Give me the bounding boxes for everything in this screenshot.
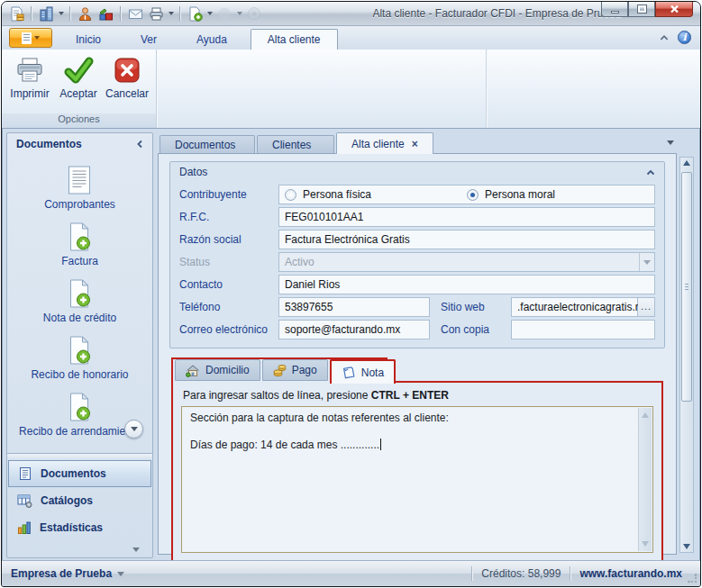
quick-access-toolbar bbox=[7, 5, 263, 23]
sidebar-item-comprobantes[interactable]: Comprobantes bbox=[13, 160, 146, 217]
main-scrollbar[interactable] bbox=[679, 157, 694, 553]
contribuyente-field: Persona física Persona moral bbox=[278, 185, 655, 204]
tab-overflow-icon[interactable] bbox=[667, 140, 674, 145]
imprimir-button[interactable]: Imprimir bbox=[5, 54, 54, 100]
correo-input[interactable]: soporte@facturando.mx bbox=[278, 320, 430, 339]
telefono-input[interactable]: 53897655 bbox=[278, 297, 430, 317]
toolbar-separator bbox=[179, 6, 180, 21]
add-document-icon[interactable] bbox=[186, 5, 204, 23]
status-combo: Activo bbox=[278, 252, 655, 272]
radio-persona-moral[interactable] bbox=[467, 189, 479, 201]
nota-scrollbar[interactable] bbox=[638, 408, 652, 551]
statistics-bars-icon bbox=[17, 520, 32, 535]
sidebar-title: Documentos bbox=[16, 138, 136, 150]
ribbon-tab-ayuda[interactable]: Ayuda bbox=[180, 30, 243, 50]
datos-group-title: Datos bbox=[179, 166, 646, 178]
subtab-pago[interactable]: Pago bbox=[262, 359, 328, 381]
subtab-nota[interactable]: Nota bbox=[330, 359, 396, 384]
nav-more-icon[interactable] bbox=[132, 547, 140, 552]
app-menu-icon bbox=[22, 32, 32, 44]
print-dropdown-icon[interactable] bbox=[169, 12, 174, 15]
companies-dropdown-icon[interactable] bbox=[59, 12, 64, 15]
add-dropdown-icon[interactable] bbox=[207, 12, 213, 15]
close-tab-icon[interactable]: × bbox=[412, 139, 418, 149]
nav-item-estadisticas[interactable]: Estadísticas bbox=[8, 514, 151, 541]
scroll-down-icon[interactable] bbox=[683, 544, 690, 549]
persona-moral-option[interactable]: Persona moral bbox=[467, 188, 649, 201]
print-icon[interactable] bbox=[147, 5, 165, 23]
sidebar-item-factura[interactable]: Factura bbox=[13, 217, 146, 274]
products-icon[interactable] bbox=[96, 5, 114, 23]
printer-icon bbox=[15, 57, 44, 84]
sidebar-item-recibo-honorario[interactable]: Recibo de honorario bbox=[13, 330, 146, 387]
tab-documentos[interactable]: Documentos bbox=[160, 135, 255, 154]
scrollbar-thumb[interactable] bbox=[681, 172, 692, 402]
sidebar-item-nota-credito[interactable]: Nota de crédito bbox=[13, 274, 146, 330]
toolbar-separator bbox=[31, 6, 32, 21]
client-icon[interactable] bbox=[76, 5, 94, 23]
company-dropdown-icon bbox=[117, 572, 124, 576]
companies-icon[interactable] bbox=[37, 5, 55, 23]
aceptar-button[interactable]: Aceptar bbox=[54, 54, 103, 100]
sitio-web-input[interactable]: .facturaelectronicagratis.mx bbox=[511, 297, 638, 317]
title-bar: Alta cliente - Facturador CFDI - Empresa… bbox=[2, 2, 700, 26]
nota-section: Domicilio Pago Nota Para ingresar saltos… bbox=[171, 357, 663, 567]
new-report-icon[interactable] bbox=[7, 5, 25, 23]
sidebar-collapse-icon[interactable] bbox=[136, 140, 143, 149]
nota-panel: Para ingresar saltos de línea, presione … bbox=[171, 383, 663, 567]
nav-item-catalogos[interactable]: Catálogos bbox=[8, 487, 151, 514]
ribbon-tab-inicio[interactable]: Inicio bbox=[59, 30, 117, 50]
help-info-icon[interactable]: i bbox=[678, 31, 691, 44]
ribbon-tab-ver[interactable]: Ver bbox=[124, 30, 173, 50]
toolbar-separator bbox=[69, 6, 70, 21]
cancelar-button[interactable]: Cancelar bbox=[103, 54, 151, 100]
toolbar-more-icon[interactable] bbox=[237, 12, 242, 15]
subtab-domicilio[interactable]: Domicilio bbox=[175, 359, 260, 381]
sidebar-scroll-down-button[interactable] bbox=[124, 420, 143, 439]
document-add-icon bbox=[66, 278, 93, 309]
text-caret bbox=[380, 439, 381, 450]
rfc-input[interactable]: FEG010101AA1 bbox=[278, 207, 655, 227]
documents-nav-icon bbox=[18, 466, 32, 481]
scroll-up-icon[interactable] bbox=[642, 412, 649, 418]
highlight-border bbox=[386, 381, 663, 383]
con-copia-input[interactable] bbox=[511, 320, 655, 339]
ribbon-group-label: Opciones bbox=[2, 113, 156, 128]
cancel-x-icon bbox=[114, 57, 141, 84]
website-link[interactable]: www.facturando.mx bbox=[579, 567, 682, 580]
sidebar-splitter[interactable] bbox=[7, 453, 152, 459]
ribbon: Imprimir Aceptar Cancelar bbox=[2, 50, 700, 129]
resize-grip[interactable] bbox=[688, 574, 697, 583]
collapse-ribbon-icon[interactable] bbox=[660, 34, 669, 41]
status-dropdown-icon bbox=[639, 253, 654, 271]
email-icon[interactable] bbox=[126, 5, 144, 23]
highlight-border bbox=[171, 357, 173, 383]
application-menu-button[interactable] bbox=[9, 28, 52, 48]
nota-textarea[interactable]: Sección para la captura de notas referen… bbox=[181, 406, 653, 553]
scroll-down-icon[interactable] bbox=[642, 541, 649, 547]
restore-button[interactable] bbox=[628, 2, 655, 17]
nav-item-documentos[interactable]: Documentos bbox=[8, 460, 151, 487]
contacto-input[interactable]: Daniel Rios bbox=[278, 275, 655, 294]
scroll-up-icon[interactable] bbox=[683, 160, 690, 166]
sitio-web-label: Sitio web bbox=[430, 301, 511, 313]
sitio-web-browse-button[interactable]: ... bbox=[638, 297, 655, 317]
persona-fisica-option[interactable]: Persona física bbox=[285, 188, 467, 201]
status-bar: Empresa de Prueba Créditos: 58,999 www.f… bbox=[2, 560, 700, 586]
contribuyente-label: Contribuyente bbox=[179, 188, 278, 201]
razon-social-input[interactable]: Factura Electrónica Gratis bbox=[278, 230, 655, 249]
rfc-label: R.F.C. bbox=[179, 211, 278, 223]
credits-counter: Créditos: 58,999 bbox=[481, 567, 561, 580]
tab-clientes[interactable]: Clientes bbox=[257, 135, 334, 154]
ribbon-tab-alta-cliente[interactable]: Alta cliente bbox=[251, 29, 338, 50]
minimize-button[interactable] bbox=[601, 2, 628, 17]
app-menu-arrow-icon bbox=[34, 36, 40, 40]
datos-collapse-icon[interactable] bbox=[646, 169, 655, 176]
coins-icon bbox=[273, 364, 287, 377]
tab-alta-cliente[interactable]: Alta cliente × bbox=[336, 132, 433, 154]
document-lines-icon bbox=[66, 165, 93, 195]
company-selector[interactable]: Empresa de Prueba bbox=[11, 567, 124, 580]
radio-persona-fisica[interactable] bbox=[285, 189, 296, 201]
close-button[interactable] bbox=[655, 2, 693, 17]
status-separator bbox=[570, 566, 570, 581]
